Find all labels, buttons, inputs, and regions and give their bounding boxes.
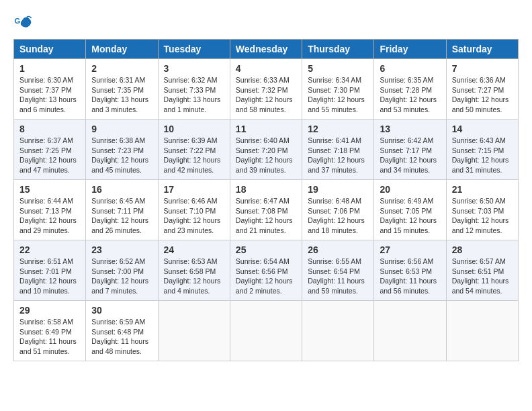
calendar-cell — [158, 301, 230, 361]
day-number: 17 — [164, 184, 224, 195]
day-number: 22 — [19, 244, 80, 255]
calendar-cell: 28Sunrise: 6:57 AMSunset: 6:51 PMDayligh… — [446, 240, 518, 301]
calendar-week-5: 29Sunrise: 6:58 AMSunset: 6:49 PMDayligh… — [14, 301, 519, 361]
day-number: 5 — [308, 63, 368, 74]
page-header: G — [13, 13, 519, 32]
day-info: Sunrise: 6:38 AMSunset: 7:23 PMDaylight:… — [91, 136, 152, 175]
day-number: 16 — [91, 184, 152, 195]
day-info: Sunrise: 6:47 AMSunset: 7:08 PMDaylight:… — [236, 196, 296, 236]
calendar-cell: 23Sunrise: 6:52 AMSunset: 7:00 PMDayligh… — [86, 240, 158, 301]
calendar-week-4: 22Sunrise: 6:51 AMSunset: 7:01 PMDayligh… — [14, 240, 519, 301]
calendar-cell: 19Sunrise: 6:48 AMSunset: 7:06 PMDayligh… — [302, 180, 374, 240]
col-header-friday: Friday — [374, 40, 446, 59]
calendar-cell: 14Sunrise: 6:43 AMSunset: 7:15 PMDayligh… — [446, 120, 518, 180]
calendar-cell: 17Sunrise: 6:46 AMSunset: 7:10 PMDayligh… — [158, 180, 230, 240]
logo-icon: G — [13, 13, 32, 32]
day-number: 11 — [236, 124, 296, 134]
calendar-cell: 2Sunrise: 6:31 AMSunset: 7:35 PMDaylight… — [86, 59, 158, 120]
svg-text:G: G — [14, 17, 20, 25]
day-info: Sunrise: 6:59 AMSunset: 6:48 PMDaylight:… — [91, 317, 152, 357]
col-header-wednesday: Wednesday — [230, 40, 302, 59]
day-info: Sunrise: 6:31 AMSunset: 7:35 PMDaylight:… — [91, 75, 152, 115]
day-number: 14 — [452, 124, 513, 134]
calendar-week-1: 1Sunrise: 6:30 AMSunset: 7:37 PMDaylight… — [14, 59, 519, 120]
day-number: 4 — [236, 63, 296, 74]
day-info: Sunrise: 6:40 AMSunset: 7:20 PMDaylight:… — [236, 136, 296, 175]
calendar-cell: 15Sunrise: 6:44 AMSunset: 7:13 PMDayligh… — [14, 180, 86, 240]
day-number: 10 — [164, 124, 224, 134]
calendar-cell: 11Sunrise: 6:40 AMSunset: 7:20 PMDayligh… — [230, 120, 302, 180]
day-number: 3 — [164, 63, 224, 74]
day-number: 30 — [91, 305, 152, 316]
calendar-cell: 30Sunrise: 6:59 AMSunset: 6:48 PMDayligh… — [86, 301, 158, 361]
day-number: 29 — [19, 305, 80, 316]
day-number: 18 — [236, 184, 296, 195]
calendar-cell: 1Sunrise: 6:30 AMSunset: 7:37 PMDaylight… — [14, 59, 86, 120]
day-info: Sunrise: 6:52 AMSunset: 7:00 PMDaylight:… — [91, 257, 152, 296]
day-info: Sunrise: 6:45 AMSunset: 7:11 PMDaylight:… — [91, 196, 152, 236]
calendar-cell: 13Sunrise: 6:42 AMSunset: 7:17 PMDayligh… — [374, 120, 446, 180]
calendar-cell: 16Sunrise: 6:45 AMSunset: 7:11 PMDayligh… — [86, 180, 158, 240]
logo: G — [13, 13, 35, 32]
col-header-tuesday: Tuesday — [158, 40, 230, 59]
calendar-cell: 29Sunrise: 6:58 AMSunset: 6:49 PMDayligh… — [14, 301, 86, 361]
day-info: Sunrise: 6:56 AMSunset: 6:53 PMDaylight:… — [380, 257, 440, 296]
col-header-saturday: Saturday — [446, 40, 518, 59]
calendar-table: SundayMondayTuesdayWednesdayThursdayFrid… — [13, 39, 519, 361]
calendar-cell: 20Sunrise: 6:49 AMSunset: 7:05 PMDayligh… — [374, 180, 446, 240]
calendar-cell: 24Sunrise: 6:53 AMSunset: 6:58 PMDayligh… — [158, 240, 230, 301]
day-info: Sunrise: 6:53 AMSunset: 6:58 PMDaylight:… — [164, 257, 224, 296]
day-info: Sunrise: 6:51 AMSunset: 7:01 PMDaylight:… — [19, 257, 80, 296]
day-info: Sunrise: 6:34 AMSunset: 7:30 PMDaylight:… — [308, 75, 368, 115]
calendar-cell: 12Sunrise: 6:41 AMSunset: 7:18 PMDayligh… — [302, 120, 374, 180]
calendar-week-2: 8Sunrise: 6:37 AMSunset: 7:25 PMDaylight… — [14, 120, 519, 180]
calendar-cell: 26Sunrise: 6:55 AMSunset: 6:54 PMDayligh… — [302, 240, 374, 301]
calendar-cell: 5Sunrise: 6:34 AMSunset: 7:30 PMDaylight… — [302, 59, 374, 120]
day-number: 21 — [452, 184, 513, 195]
day-info: Sunrise: 6:30 AMSunset: 7:37 PMDaylight:… — [19, 75, 80, 115]
calendar-cell: 21Sunrise: 6:50 AMSunset: 7:03 PMDayligh… — [446, 180, 518, 240]
day-number: 12 — [308, 124, 368, 134]
calendar-cell: 6Sunrise: 6:35 AMSunset: 7:28 PMDaylight… — [374, 59, 446, 120]
day-number: 26 — [308, 244, 368, 255]
day-info: Sunrise: 6:48 AMSunset: 7:06 PMDaylight:… — [308, 196, 368, 236]
calendar-cell: 9Sunrise: 6:38 AMSunset: 7:23 PMDaylight… — [86, 120, 158, 180]
col-header-monday: Monday — [86, 40, 158, 59]
day-info: Sunrise: 6:54 AMSunset: 6:56 PMDaylight:… — [236, 257, 296, 296]
day-number: 20 — [380, 184, 440, 195]
day-info: Sunrise: 6:57 AMSunset: 6:51 PMDaylight:… — [452, 257, 513, 296]
day-number: 1 — [19, 63, 80, 74]
col-header-thursday: Thursday — [302, 40, 374, 59]
day-info: Sunrise: 6:42 AMSunset: 7:17 PMDaylight:… — [380, 136, 440, 175]
calendar-cell: 25Sunrise: 6:54 AMSunset: 6:56 PMDayligh… — [230, 240, 302, 301]
day-info: Sunrise: 6:44 AMSunset: 7:13 PMDaylight:… — [19, 196, 80, 236]
day-info: Sunrise: 6:55 AMSunset: 6:54 PMDaylight:… — [308, 257, 368, 296]
day-info: Sunrise: 6:32 AMSunset: 7:33 PMDaylight:… — [164, 75, 224, 115]
col-header-sunday: Sunday — [14, 40, 86, 59]
day-info: Sunrise: 6:43 AMSunset: 7:15 PMDaylight:… — [452, 136, 513, 175]
day-info: Sunrise: 6:36 AMSunset: 7:27 PMDaylight:… — [452, 75, 513, 115]
day-number: 24 — [164, 244, 224, 255]
calendar-header-row: SundayMondayTuesdayWednesdayThursdayFrid… — [14, 40, 519, 59]
day-info: Sunrise: 6:46 AMSunset: 7:10 PMDaylight:… — [164, 196, 224, 236]
day-number: 7 — [452, 63, 513, 74]
calendar-cell: 8Sunrise: 6:37 AMSunset: 7:25 PMDaylight… — [14, 120, 86, 180]
day-number: 25 — [236, 244, 296, 255]
calendar-week-3: 15Sunrise: 6:44 AMSunset: 7:13 PMDayligh… — [14, 180, 519, 240]
day-number: 28 — [452, 244, 513, 255]
calendar-cell: 27Sunrise: 6:56 AMSunset: 6:53 PMDayligh… — [374, 240, 446, 301]
day-number: 8 — [19, 124, 80, 134]
day-info: Sunrise: 6:49 AMSunset: 7:05 PMDaylight:… — [380, 196, 440, 236]
calendar-cell: 22Sunrise: 6:51 AMSunset: 7:01 PMDayligh… — [14, 240, 86, 301]
day-number: 27 — [380, 244, 440, 255]
calendar-cell — [302, 301, 374, 361]
calendar-cell: 3Sunrise: 6:32 AMSunset: 7:33 PMDaylight… — [158, 59, 230, 120]
calendar-cell: 18Sunrise: 6:47 AMSunset: 7:08 PMDayligh… — [230, 180, 302, 240]
day-info: Sunrise: 6:39 AMSunset: 7:22 PMDaylight:… — [164, 136, 224, 175]
calendar-cell — [446, 301, 518, 361]
day-info: Sunrise: 6:58 AMSunset: 6:49 PMDaylight:… — [19, 317, 80, 357]
day-number: 2 — [91, 63, 152, 74]
day-info: Sunrise: 6:37 AMSunset: 7:25 PMDaylight:… — [19, 136, 80, 175]
day-number: 19 — [308, 184, 368, 195]
calendar-cell: 4Sunrise: 6:33 AMSunset: 7:32 PMDaylight… — [230, 59, 302, 120]
